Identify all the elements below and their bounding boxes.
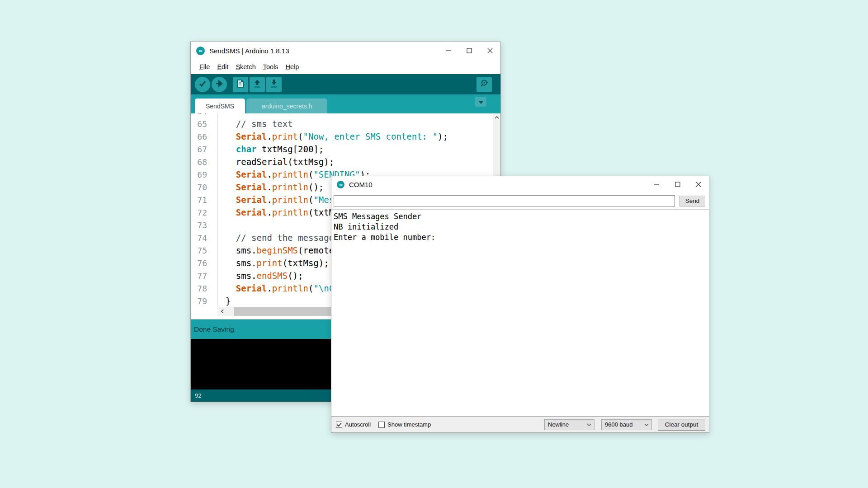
tab-list-button[interactable] (475, 97, 486, 107)
toolbar (191, 74, 500, 94)
magnifier-icon (479, 79, 489, 90)
maximize-icon[interactable] (667, 176, 688, 192)
clear-output-button[interactable]: Clear output (658, 419, 705, 431)
serial-monitor-button[interactable] (476, 77, 492, 92)
show-timestamp-checkbox[interactable] (378, 422, 385, 428)
menu-file[interactable]: File (196, 61, 213, 72)
serial-output-line: Enter a mobile number: (334, 232, 709, 243)
arrow-up-icon (253, 79, 262, 90)
autoscroll-checkbox[interactable] (336, 422, 342, 428)
tabbar: SendSMS arduino_secrets.h (191, 94, 500, 113)
upload-button[interactable] (212, 77, 227, 92)
code-line: 66 Serial.print("Now, enter SMS content:… (191, 130, 493, 143)
cursor-line-indicator: 92 (195, 392, 201, 399)
show-timestamp-toggle[interactable]: Show timestamp (378, 421, 431, 428)
menubar: File Edit Sketch Tools Help (191, 59, 500, 74)
arduino-logo-icon: ∞ (196, 47, 205, 55)
chevron-down-icon (584, 423, 594, 426)
chevron-down-icon (642, 423, 651, 426)
code-line: 65 // sms text (191, 117, 493, 130)
tab-sendsms[interactable]: SendSMS (195, 99, 245, 113)
close-icon[interactable] (688, 176, 709, 192)
show-timestamp-label: Show timestamp (387, 421, 431, 428)
tab-arduino-secrets[interactable]: arduino_secrets.h (246, 99, 327, 113)
tab-label: arduino_secrets.h (262, 103, 312, 110)
new-sketch-button[interactable] (233, 77, 248, 92)
verify-button[interactable] (195, 77, 210, 92)
serial-input[interactable] (334, 195, 675, 207)
autoscroll-label: Autoscroll (345, 421, 371, 428)
serial-monitor-footer: Autoscroll Show timestamp Newline 9600 b… (331, 416, 709, 432)
baud-rate-value: 9600 baud (605, 421, 642, 428)
serial-output-line: NB initialized (334, 222, 709, 232)
arrow-down-icon (269, 79, 278, 90)
minimize-icon[interactable] (646, 176, 667, 192)
menu-edit[interactable]: Edit (213, 61, 232, 72)
serial-monitor-window: ∞ COM10 Send SMS Messages Sender NB init… (331, 176, 709, 433)
autoscroll-toggle[interactable]: Autoscroll (336, 421, 371, 428)
arrow-right-icon (215, 79, 224, 90)
serial-window-title: COM10 (349, 181, 373, 188)
triangle-down-icon (478, 98, 484, 106)
check-icon (198, 79, 207, 90)
line-ending-value: Newline (548, 421, 584, 428)
scroll-left-icon[interactable] (217, 307, 227, 316)
code-line: 67 char txtMsg[200]; (191, 143, 493, 155)
window-title: SendSMS | Arduino 1.8.13 (209, 47, 289, 55)
status-message: Done Saving. (194, 325, 236, 333)
serial-send-row: Send (331, 192, 709, 209)
arduino-logo-icon: ∞ (337, 181, 344, 188)
serial-output-line: SMS Messages Sender (334, 211, 709, 222)
menu-tools[interactable]: Tools (259, 61, 282, 72)
minimize-icon[interactable] (438, 42, 459, 59)
menu-sketch[interactable]: Sketch (232, 61, 259, 72)
serial-output-area[interactable]: SMS Messages Sender NB initialized Enter… (331, 209, 709, 416)
scrollbar-gutter-gap (191, 307, 217, 316)
menu-help[interactable]: Help (282, 61, 303, 72)
send-button[interactable]: Send (679, 196, 705, 206)
baud-rate-select[interactable]: 9600 baud (601, 419, 652, 430)
scroll-up-icon[interactable] (493, 113, 500, 121)
tab-label: SendSMS (206, 103, 234, 110)
arduino-titlebar: ∞ SendSMS | Arduino 1.8.13 (191, 42, 500, 59)
document-icon (236, 79, 245, 90)
serial-titlebar: ∞ COM10 (331, 176, 709, 192)
close-icon[interactable] (480, 42, 500, 59)
check-icon (337, 422, 342, 427)
save-button[interactable] (266, 77, 282, 92)
code-line: 68 readSerial(txtMsg); (191, 155, 493, 168)
open-button[interactable] (250, 77, 265, 92)
line-ending-select[interactable]: Newline (544, 419, 594, 430)
maximize-icon[interactable] (459, 42, 480, 59)
code-line: 64 (191, 113, 493, 117)
